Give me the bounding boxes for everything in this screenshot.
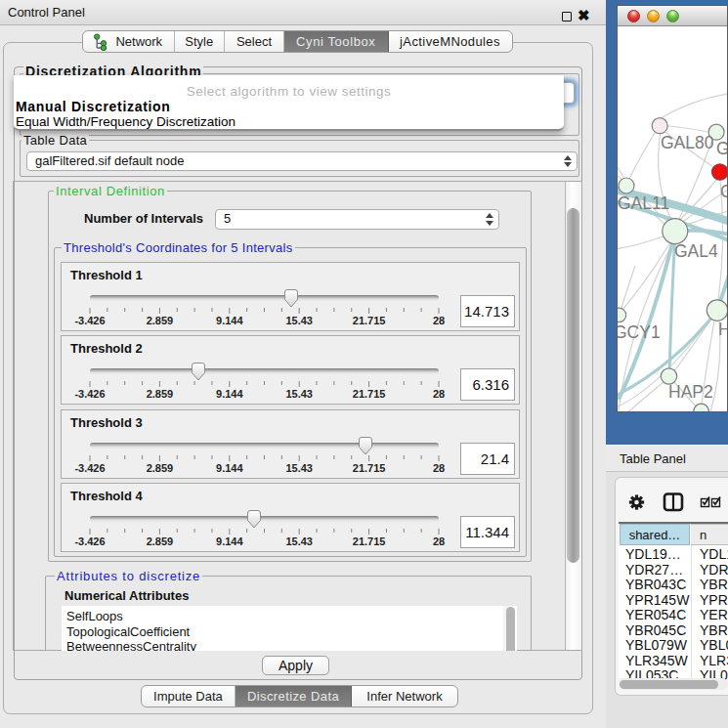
svg-text:GAL80: GAL80 — [661, 133, 714, 152]
svg-text:GAL4: GAL4 — [674, 241, 718, 261]
svg-text:GA: GA — [716, 139, 727, 158]
svg-text:HAP2: HAP2 — [668, 382, 713, 402]
svg-text:H: H — [718, 320, 727, 339]
svg-text:C: C — [720, 182, 727, 201]
svg-text:GCY1: GCY1 — [618, 322, 661, 342]
svg-text:GAL11: GAL11 — [618, 193, 669, 213]
